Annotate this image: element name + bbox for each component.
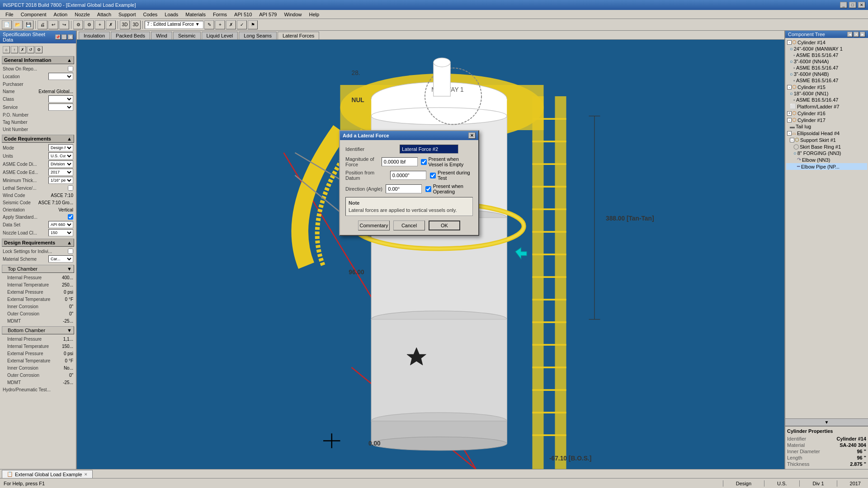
commentary-button[interactable]: Commentary	[358, 221, 390, 230]
tree-item-asme1[interactable]: ▪ ASME B16.5/16.47	[786, 52, 867, 58]
asme-di-dropdown[interactable]: Division 1	[48, 160, 73, 168]
ok-button[interactable]: OK	[429, 221, 460, 230]
magnitude-input[interactable]	[382, 157, 418, 166]
tree-item-asme2[interactable]: ▪ ASME B16.5/16.47	[786, 65, 867, 71]
direction-input[interactable]	[386, 184, 422, 193]
tb-save[interactable]: 💾	[24, 20, 33, 29]
tb-3d[interactable]: 3D	[120, 20, 130, 29]
identifier-input[interactable]	[400, 145, 458, 154]
tree-item-forging-nn3[interactable]: ○ 8" FORGING (NN3)	[786, 150, 867, 156]
apply-std-check[interactable]	[68, 214, 73, 220]
tree-item-nn1[interactable]: ○ 18"-600# (NN1)	[786, 90, 867, 97]
tb-approve[interactable]: ✓	[237, 20, 247, 29]
tb-btn2[interactable]: ⚙	[84, 20, 94, 29]
menu-forms[interactable]: Forms	[209, 11, 231, 18]
tree-item-elbow-pipe[interactable]: ━ Elbow Pipe (NP...	[786, 163, 867, 170]
comp-tree-right-btn[interactable]: ►	[860, 32, 865, 37]
tab-wind[interactable]: Wind	[151, 32, 172, 39]
class-dropdown[interactable]	[48, 95, 73, 103]
tree-item-elbow-nn3[interactable]: ↷ Elbow (NN3)	[786, 156, 867, 163]
tab-long-seams[interactable]: Long Seams	[239, 32, 277, 39]
units-dropdown[interactable]: U.S. Customary	[48, 152, 73, 160]
tab-liquid-level[interactable]: Liquid Level	[202, 32, 238, 39]
menu-api510[interactable]: API 510	[231, 11, 255, 18]
bottom-tab-example[interactable]: 📋 External Global Load Example ✕	[2, 470, 93, 478]
dialog-close-button[interactable]: ✕	[468, 132, 476, 139]
tree-item-manway[interactable]: ○ 24"-600# (MANWAY 1	[786, 46, 867, 52]
tree-item-cyl14[interactable]: - ⬡ Cylinder #14	[786, 39, 867, 46]
menu-action[interactable]: Action	[50, 11, 71, 18]
spec-close-btn[interactable]: ✕	[68, 34, 73, 40]
menu-attach[interactable]: Attach	[94, 11, 115, 18]
present-empty-check[interactable]	[421, 159, 427, 165]
cancel-button[interactable]: Cancel	[393, 221, 425, 230]
tree-item-basering1[interactable]: ◯ Skirt Base Ring #1	[786, 143, 867, 150]
tree-scroll-down[interactable]: ▼	[785, 418, 868, 426]
tab-lateral-forces[interactable]: Lateral Forces	[278, 32, 319, 39]
menu-file[interactable]: File	[2, 11, 17, 18]
bottom-tab-close[interactable]: ✕	[84, 472, 88, 477]
close-button[interactable]: ✕	[858, 2, 865, 8]
expand-cyl15[interactable]: -	[787, 85, 792, 89]
lethal-check[interactable]	[68, 185, 73, 191]
present-operating-check[interactable]	[425, 186, 431, 192]
tb-flag[interactable]: ⚑	[248, 20, 258, 29]
design-req-header[interactable]: Design Requirements ▲	[2, 239, 74, 247]
lock-settings-check[interactable]	[68, 249, 73, 254]
menu-api579[interactable]: API 579	[255, 11, 280, 18]
lateral-force-selector[interactable]: 7 : Edited Lateral Force ▼	[145, 21, 203, 29]
present-test-check[interactable]	[430, 173, 436, 178]
tab-insulation[interactable]: Insulation	[79, 32, 110, 39]
general-info-header[interactable]: General Information ▲	[2, 56, 74, 64]
spec-tb-settings[interactable]: ⚙	[35, 46, 42, 53]
comp-tree-left-btn[interactable]: ◄	[847, 32, 853, 37]
material-scheme-dropdown[interactable]: Car...	[48, 255, 73, 263]
expand-cyl14[interactable]: -	[787, 40, 792, 45]
tab-seismic[interactable]: Seismic	[173, 32, 201, 39]
maximize-button[interactable]: □	[849, 2, 856, 8]
tree-item-head4[interactable]: - ⌓ Ellipsoidal Head #4	[786, 130, 867, 136]
tree-item-cyl16[interactable]: + ⬡ Cylinder #16	[786, 110, 867, 117]
spec-tb-reload[interactable]: ↺	[27, 46, 34, 53]
tb-btn4[interactable]: ✗	[106, 20, 116, 29]
top-chamber-header[interactable]: Top Chamber ▼	[2, 265, 74, 273]
minimize-button[interactable]: _	[840, 2, 847, 8]
expand-cyl17[interactable]: -	[787, 118, 792, 122]
menu-help[interactable]: Help	[306, 11, 323, 18]
tree-item-skirt1[interactable]: - ⬡ Support Skirt #1	[786, 136, 867, 143]
tree-item-platform7[interactable]: ⬜ Platform/Ladder #7	[786, 103, 867, 110]
tb-del[interactable]: ✗	[226, 20, 236, 29]
tb-redo[interactable]: ↪	[59, 20, 69, 29]
menu-window[interactable]: Window	[280, 11, 305, 18]
menu-component[interactable]: Component	[17, 11, 50, 18]
expand-head4[interactable]: -	[787, 131, 792, 136]
bottom-chamber-header[interactable]: Bottom Chamber ▼	[2, 326, 74, 334]
menu-codes[interactable]: Codes	[140, 11, 161, 18]
spec-min-btn[interactable]: _	[61, 34, 67, 40]
tree-item-asme3[interactable]: ▪ ASME B16.5/16.47	[786, 77, 867, 84]
position-input[interactable]	[390, 171, 426, 180]
spec-tb-del[interactable]: ✗	[19, 46, 26, 53]
comp-tree-close-btn[interactable]: ✕	[854, 32, 859, 37]
spec-tb-home[interactable]: ⌂	[3, 46, 10, 53]
tb-3d2[interactable]: 3D	[131, 20, 141, 29]
spec-pin-btn[interactable]: 📌	[55, 34, 61, 40]
spec-tb-up[interactable]: ↑	[11, 46, 18, 53]
tab-packed-beds[interactable]: Packed Beds	[111, 32, 150, 39]
tb-undo[interactable]: ↩	[48, 20, 58, 29]
menu-nozzle[interactable]: Nozzle	[71, 11, 94, 18]
nozzle-cl-dropdown[interactable]: 150	[48, 229, 73, 236]
tb-print[interactable]: 🖨	[38, 20, 47, 29]
tb-open[interactable]: 📂	[13, 20, 23, 29]
tree-item-taillug[interactable]: ▬ Tail lug	[786, 123, 867, 130]
tree-item-cyl17[interactable]: - ⬡ Cylinder #17	[786, 117, 867, 123]
data-set-dropdown[interactable]: API 660	[48, 221, 73, 228]
tb-edit[interactable]: ✎	[204, 20, 214, 29]
tree-item-nn4a[interactable]: ○ 3"-600# (NN4A)	[786, 58, 867, 65]
tree-item-asme4[interactable]: ▪ ASME B16.5/16.47	[786, 97, 867, 103]
mode-dropdown[interactable]: Design Mode	[48, 144, 73, 151]
tb-btn1[interactable]: ⚙	[73, 20, 83, 29]
asme-ed-dropdown[interactable]: 2017	[48, 169, 73, 176]
location-dropdown[interactable]	[48, 73, 73, 80]
expand-cyl16[interactable]: +	[787, 111, 792, 116]
